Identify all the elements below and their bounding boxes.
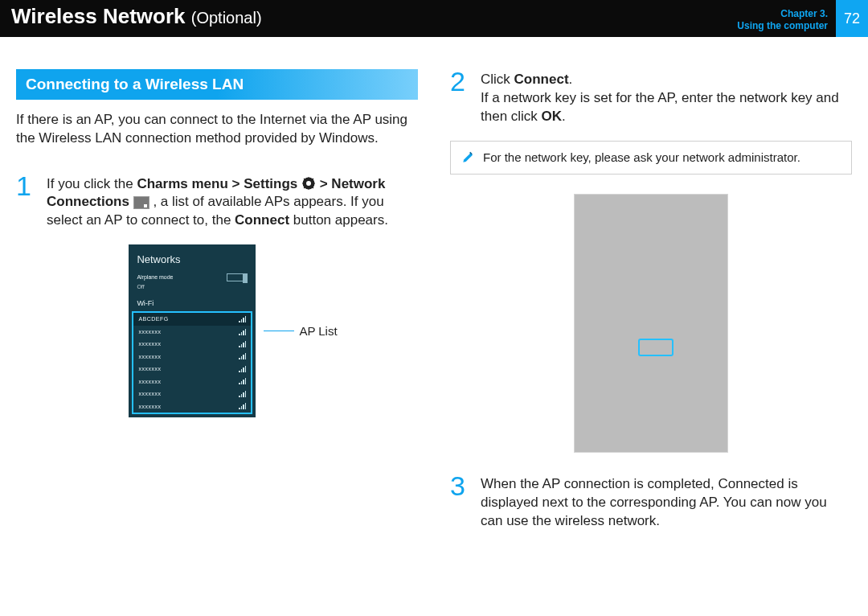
ap-row[interactable]: xxxxxxx bbox=[133, 351, 251, 363]
ap-name: xxxxxxx bbox=[138, 340, 161, 347]
networks-panel-title: Networks bbox=[129, 251, 256, 273]
intro-paragraph: If there is an AP, you can connect to th… bbox=[16, 111, 418, 148]
step-2-line2-b: OK bbox=[542, 109, 563, 124]
page-title: Wireless Network (Optional) bbox=[11, 3, 262, 31]
svg-point-2 bbox=[307, 182, 311, 186]
left-column: Connecting to a Wireless LAN If there is… bbox=[16, 69, 418, 545]
ap-row[interactable]: ABCDEFG bbox=[133, 313, 251, 325]
airplane-mode-label: Airplane mode bbox=[137, 273, 173, 281]
step-number: 3 bbox=[450, 474, 471, 531]
chapter-label: Chapter 3. bbox=[737, 8, 828, 20]
ap-name: xxxxxxx bbox=[138, 378, 161, 385]
step-1-bold-c: Connect bbox=[235, 212, 289, 228]
callout-label: AP List bbox=[299, 323, 337, 339]
ap-name: xxxxxxx bbox=[138, 353, 161, 360]
wifi-signal-icon bbox=[239, 341, 246, 347]
ap-row[interactable]: xxxxxxx bbox=[133, 376, 251, 388]
step-3: 3 When the AP connection is completed, C… bbox=[450, 474, 852, 531]
connect-screenshot-placeholder bbox=[574, 194, 728, 453]
network-connections-icon bbox=[133, 196, 149, 209]
step-1: 1 If you click the Charms menu > Setting… bbox=[16, 174, 418, 231]
step-2-line2-a: If a network key is set for the AP, ente… bbox=[481, 90, 839, 124]
airplane-mode-state: Off bbox=[129, 283, 256, 295]
step-1-text-a: If you click the bbox=[47, 176, 137, 191]
ap-row[interactable]: xxxxxxx bbox=[133, 400, 251, 413]
step-1-bold-a: Charms menu > Settings bbox=[137, 176, 297, 191]
ap-row[interactable]: xxxxxxx bbox=[133, 326, 251, 338]
wifi-signal-icon bbox=[239, 403, 246, 409]
ap-row[interactable]: xxxxxxx bbox=[133, 388, 251, 400]
step-2-line2-c: . bbox=[562, 109, 566, 124]
ap-row[interactable]: xxxxxxx bbox=[133, 338, 251, 350]
step-2-line1-c: . bbox=[569, 72, 573, 87]
wifi-signal-icon bbox=[239, 316, 246, 322]
wifi-signal-icon bbox=[239, 378, 246, 384]
right-column: 2 Click Connect. If a network key is set… bbox=[450, 69, 852, 545]
step-1-text-c: button appears. bbox=[293, 212, 388, 228]
ap-name: xxxxxxx bbox=[138, 365, 161, 372]
section-heading: Connecting to a Wireless LAN bbox=[16, 69, 418, 100]
step-2-line1-a: Click bbox=[481, 72, 514, 87]
ap-row[interactable]: xxxxxxx bbox=[133, 363, 251, 375]
wifi-signal-icon bbox=[239, 391, 246, 397]
connect-button-highlight bbox=[638, 339, 674, 356]
step-1-body: If you click the Charms menu > Settings … bbox=[47, 174, 418, 231]
title-main: Wireless Network bbox=[11, 4, 186, 28]
page-number: 72 bbox=[836, 0, 868, 37]
page-header: Wireless Network (Optional) Chapter 3. U… bbox=[0, 0, 868, 37]
chapter-subtitle: Using the computer bbox=[737, 20, 828, 32]
admin-note-box: For the network key, please ask your net… bbox=[450, 141, 852, 175]
step-number: 2 bbox=[450, 69, 471, 126]
wifi-section-label: Wi-Fi bbox=[129, 295, 256, 311]
chapter-info: Chapter 3. Using the computer 72 bbox=[737, 3, 868, 37]
ap-name: ABCDEFG bbox=[138, 315, 168, 322]
ap-list-callout: AP List bbox=[264, 323, 337, 339]
networks-panel: Networks Airplane mode Off Wi-Fi ABCDEFG… bbox=[129, 244, 256, 417]
settings-gear-icon bbox=[301, 176, 316, 191]
ap-name: xxxxxxx bbox=[138, 403, 161, 410]
callout-line bbox=[264, 331, 294, 331]
step-2: 2 Click Connect. If a network key is set… bbox=[450, 69, 852, 126]
wifi-signal-icon bbox=[239, 366, 246, 372]
ap-name: xxxxxxx bbox=[138, 328, 161, 335]
step-3-body: When the AP connection is completed, Con… bbox=[481, 474, 852, 531]
wifi-signal-icon bbox=[239, 329, 246, 335]
wifi-signal-icon bbox=[239, 353, 246, 359]
note-icon bbox=[461, 150, 477, 166]
step-2-line1-b: Connect bbox=[514, 72, 569, 87]
admin-note-text: For the network key, please ask your net… bbox=[483, 150, 800, 166]
airplane-mode-toggle[interactable] bbox=[227, 273, 248, 281]
step-number: 1 bbox=[16, 174, 37, 231]
ap-list-box: ABCDEFGxxxxxxxxxxxxxxxxxxxxxxxxxxxxxxxxx… bbox=[132, 311, 252, 414]
title-optional-tag: (Optional) bbox=[191, 9, 262, 27]
networks-panel-illustration: Networks Airplane mode Off Wi-Fi ABCDEFG… bbox=[48, 244, 418, 417]
step-2-body: Click Connect. If a network key is set f… bbox=[481, 69, 852, 126]
airplane-mode-row: Airplane mode bbox=[129, 273, 256, 283]
ap-name: xxxxxxx bbox=[138, 390, 161, 397]
